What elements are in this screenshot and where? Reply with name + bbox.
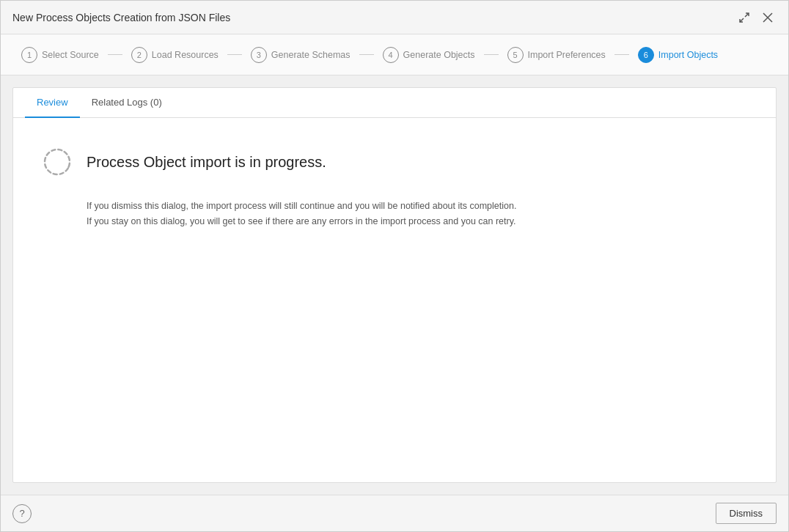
tab-review[interactable]: Review (25, 88, 80, 118)
footer: ? Dismiss (1, 495, 788, 531)
step-separator-2 (227, 54, 242, 55)
progress-section: Process Object import is in progress. (43, 147, 746, 177)
step-separator-1 (108, 54, 122, 55)
info-text: If you dismiss this dialog, the import p… (87, 199, 746, 230)
step-1: 1 Select Source (12, 47, 108, 63)
info-line-1: If you dismiss this dialog, the import p… (87, 199, 746, 214)
tab-related-logs[interactable]: Related Logs (0) (80, 88, 174, 118)
tabs: Review Related Logs (0) (13, 88, 776, 118)
spinner-icon (43, 147, 72, 177)
info-line-2: If you stay on this dialog, you will get… (87, 214, 746, 229)
card-body: Process Object import is in progress. If… (13, 118, 776, 482)
step-4-label: Generate Objects (403, 50, 475, 60)
step-4: 4 Generate Objects (374, 47, 484, 63)
step-6-circle: 6 (638, 47, 654, 63)
close-button[interactable] (759, 9, 777, 26)
title-bar-controls (735, 9, 777, 26)
step-5-circle: 5 (507, 47, 524, 63)
step-5-label: Import Preferences (528, 50, 606, 60)
step-2-label: Load Resources (152, 50, 219, 60)
maximize-button[interactable] (735, 9, 753, 26)
step-1-circle: 1 (21, 47, 37, 63)
step-separator-3 (359, 54, 374, 55)
content-card: Review Related Logs (0) Process Object i… (12, 87, 777, 483)
step-3-label: Generate Schemas (271, 50, 351, 60)
step-6: 6 Import Objects (629, 47, 727, 63)
step-1-label: Select Source (42, 50, 99, 60)
content-area: Review Related Logs (0) Process Object i… (1, 75, 788, 495)
dialog: New Process Objects Creation from JSON F… (0, 0, 789, 532)
step-5: 5 Import Preferences (499, 47, 614, 63)
step-separator-5 (614, 54, 629, 55)
step-3-circle: 3 (251, 47, 267, 63)
step-2: 2 Load Resources (122, 47, 227, 63)
help-button[interactable]: ? (12, 504, 32, 523)
progress-title: Process Object import is in progress. (87, 154, 326, 171)
step-4-circle: 4 (383, 47, 399, 63)
step-6-label: Import Objects (658, 50, 718, 60)
title-bar: New Process Objects Creation from JSON F… (1, 1, 788, 34)
step-2-circle: 2 (131, 47, 147, 63)
stepper-bar: 1 Select Source 2 Load Resources 3 Gener… (1, 34, 788, 75)
dismiss-button[interactable]: Dismiss (716, 503, 777, 524)
svg-point-0 (40, 144, 75, 180)
step-separator-4 (484, 54, 499, 55)
step-3: 3 Generate Schemas (242, 47, 359, 63)
dialog-title: New Process Objects Creation from JSON F… (12, 12, 230, 23)
